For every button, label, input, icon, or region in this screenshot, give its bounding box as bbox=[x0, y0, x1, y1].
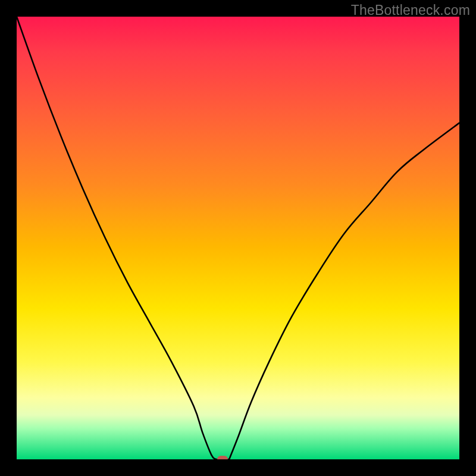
chart-frame: TheBottleneck.com bbox=[0, 0, 476, 476]
plot-area bbox=[17, 17, 459, 459]
watermark-text: TheBottleneck.com bbox=[351, 2, 470, 18]
bottleneck-curve bbox=[17, 17, 459, 459]
optimum-marker bbox=[217, 456, 228, 459]
